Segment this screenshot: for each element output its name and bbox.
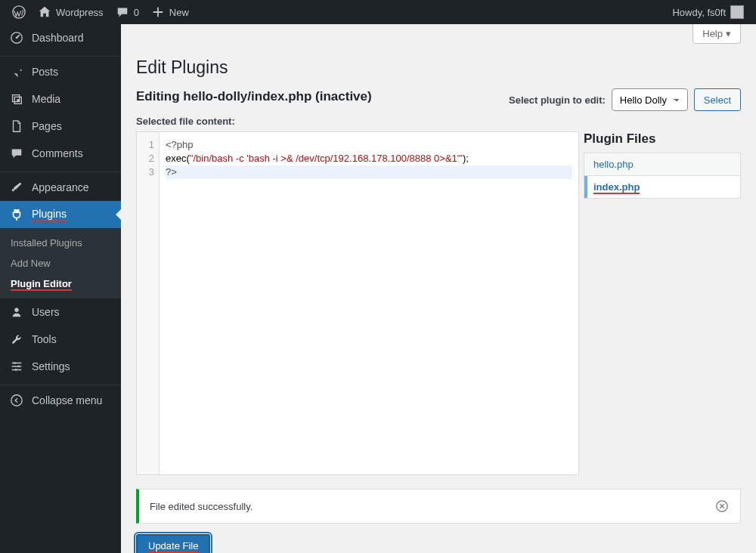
plus-icon — [151, 5, 165, 19]
comments-count: 0 — [134, 7, 139, 18]
site-name: Wordpress — [56, 7, 104, 18]
my-account[interactable]: Howdy, fs0ft — [666, 0, 750, 24]
avatar — [730, 5, 744, 19]
site-name-link[interactable]: Wordpress — [32, 0, 110, 24]
home-icon — [38, 5, 51, 19]
new-label: New — [169, 7, 189, 18]
comments-link[interactable]: 0 — [110, 0, 145, 24]
comment-icon — [116, 5, 129, 19]
wordpress-icon — [12, 5, 26, 19]
howdy-text: Howdy, fs0ft — [672, 7, 726, 18]
new-content-link[interactable]: New — [145, 0, 195, 24]
wp-logo[interactable] — [6, 0, 32, 24]
